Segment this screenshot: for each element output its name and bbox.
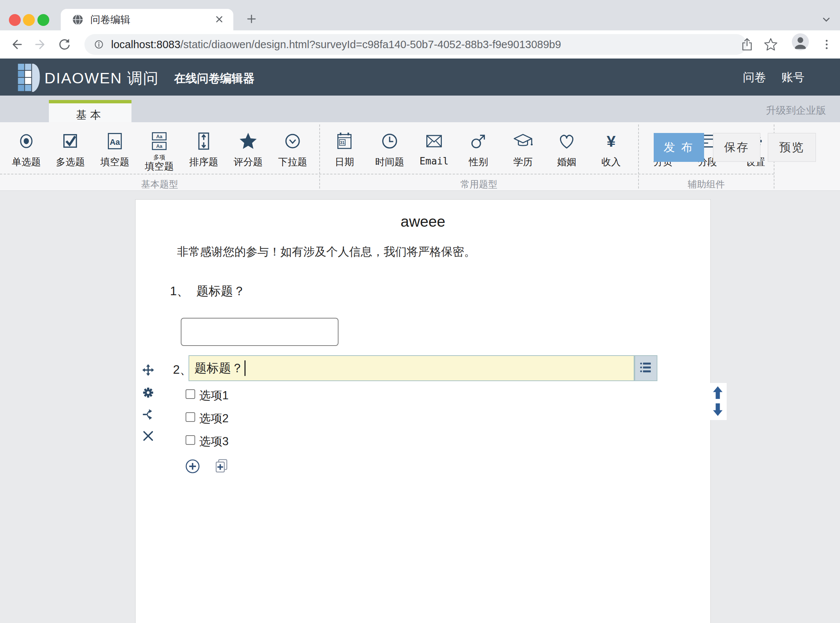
toolbar-item-date[interactable]: 31 日期	[324, 127, 365, 169]
toolbar-item-dropdown[interactable]: 下拉题	[272, 127, 313, 169]
address-bar[interactable]: localhost:8083/static/diaowen/design.htm…	[84, 34, 746, 55]
text-caret	[244, 361, 245, 376]
toolbar-item-income[interactable]: ¥ 收入	[591, 127, 632, 169]
svg-text:Aa: Aa	[156, 143, 162, 149]
survey-canvas: aweee 非常感谢您的参与！如有涉及个人信息，我们将严格保密。 1、题标题？ …	[135, 199, 711, 623]
sort-icon	[183, 127, 224, 155]
toolbar-item-email[interactable]: Email	[414, 127, 454, 167]
toolbar-item-fillblank[interactable]: Aa 填空题	[95, 127, 135, 169]
section-label-common: 常用题型	[442, 178, 516, 190]
forward-icon[interactable]	[33, 37, 48, 53]
browser-tab-strip: 问卷编辑	[0, 0, 840, 31]
heart-icon	[546, 127, 587, 155]
bookmark-star-icon[interactable]	[763, 37, 779, 54]
fillblank-icon: Aa	[95, 127, 135, 155]
app-header: DIAOWEN 调问 在线问卷编辑器 问卷 账号	[0, 58, 840, 95]
section-label-aux: 辅助组件	[669, 178, 743, 190]
globe-icon	[72, 14, 84, 26]
tab-close-icon[interactable]	[214, 14, 224, 26]
toolbar-item-education[interactable]: 学历	[503, 127, 543, 169]
survey-welcome-text[interactable]: 非常感谢您的参与！如有涉及个人信息，我们将严格保密。	[177, 244, 475, 259]
toolbar-item-sort[interactable]: 排序题	[183, 127, 224, 169]
question-toolbar: 单选题 多选题 Aa 填空题 AaAa 多项 填空题 排序题 评分题 下	[0, 122, 840, 191]
logic-branch-icon[interactable]	[141, 408, 155, 421]
option-1-label[interactable]: 选项1	[199, 388, 228, 404]
brand-title[interactable]: DIAOWEN 调问	[44, 68, 159, 89]
question-1-number: 1、	[170, 284, 189, 298]
share-icon[interactable]	[739, 37, 755, 54]
preview-button[interactable]: 预览	[768, 133, 816, 162]
option-3-label[interactable]: 选项3	[199, 434, 228, 449]
section-label-basic: 基本题型	[123, 178, 197, 190]
question-1-text-input[interactable]	[181, 318, 339, 346]
star-icon	[228, 127, 268, 155]
chevron-circle-icon	[272, 127, 313, 155]
move-icon[interactable]	[141, 364, 155, 377]
toolbar-item-radio[interactable]: 单选题	[6, 127, 47, 169]
editor-tabbar: 基本 升级到企业版	[0, 95, 840, 122]
delete-question-icon[interactable]	[141, 429, 155, 443]
toolbar-item-time[interactable]: 时间题	[369, 127, 410, 169]
option-2-checkbox[interactable]	[185, 412, 195, 422]
nav-survey[interactable]: 问卷	[743, 70, 766, 85]
publish-button[interactable]: 发 布	[654, 133, 704, 162]
url-host: localhost:8083	[111, 38, 180, 51]
list-menu-icon	[638, 360, 654, 377]
yen-icon: ¥	[591, 127, 632, 155]
browser-toolbar: localhost:8083/static/diaowen/design.htm…	[0, 31, 840, 58]
add-multiple-options-icon[interactable]	[213, 458, 230, 475]
editor-main: aweee 非常感谢您的参与！如有涉及个人信息，我们将严格保密。 1、题标题？ …	[0, 191, 840, 623]
option-3-checkbox[interactable]	[185, 435, 195, 445]
tab-basic[interactable]: 基本	[49, 100, 132, 122]
toolbar-section-labels: 基本题型 常用题型 辅助组件	[0, 174, 774, 191]
back-icon[interactable]	[9, 37, 24, 53]
envelope-icon	[414, 127, 454, 155]
option-2-label[interactable]: 选项2	[199, 411, 228, 426]
graduation-cap-icon	[503, 127, 543, 155]
tab-title: 问卷编辑	[90, 13, 130, 26]
macos-zoom-light[interactable]	[37, 14, 49, 26]
nav-account[interactable]: 账号	[782, 70, 805, 85]
option-1-checkbox[interactable]	[185, 389, 195, 399]
svg-text:Aa: Aa	[110, 137, 120, 147]
toolbar-item-checkbox[interactable]: 多选题	[50, 127, 91, 169]
male-icon	[458, 127, 499, 155]
batch-options-button[interactable]	[635, 355, 658, 381]
multi-sublabel: 多项	[139, 155, 179, 160]
toolbar-item-marriage[interactable]: 婚姻	[546, 127, 587, 169]
question-move-panel	[709, 383, 727, 420]
question-1-label[interactable]: 1、题标题？	[170, 283, 245, 300]
macos-close-light[interactable]	[9, 14, 21, 26]
browser-tab[interactable]: 问卷编辑	[61, 9, 233, 31]
upgrade-link[interactable]: 升级到企业版	[766, 104, 826, 117]
toolbar-item-score[interactable]: 评分题	[228, 127, 268, 169]
checkbox-icon	[50, 127, 91, 155]
question-2-title-input[interactable]: 题标题？	[189, 355, 635, 381]
header-nav: 问卷 账号	[743, 70, 805, 85]
save-button[interactable]: 保存	[713, 133, 760, 162]
move-down-icon[interactable]	[711, 402, 724, 417]
survey-title[interactable]: aweee	[136, 213, 710, 230]
toolbar-item-fillblank-multi[interactable]: AaAa 多项 填空题	[139, 127, 179, 173]
add-option-icon[interactable]	[184, 458, 201, 475]
svg-text:31: 31	[340, 140, 345, 145]
browser-menu-icon[interactable]	[819, 37, 834, 53]
diaowen-logo-icon[interactable]	[18, 63, 40, 94]
move-up-icon[interactable]	[711, 385, 724, 400]
svg-text:Aa: Aa	[156, 134, 162, 139]
tab-search-chevron-icon[interactable]	[821, 14, 832, 27]
question-settings-gear-icon[interactable]	[141, 386, 155, 399]
toolbar-item-gender[interactable]: 性别	[458, 127, 499, 169]
question-1-title: 题标题？	[196, 284, 245, 298]
reload-icon[interactable]	[57, 37, 72, 53]
radio-icon	[6, 127, 47, 155]
fillblank-multi-icon: AaAa	[139, 127, 179, 155]
svg-text:¥: ¥	[607, 132, 616, 150]
url-path: /static/diaowen/design.html?surveyId=c98…	[180, 38, 561, 51]
new-tab-button[interactable]	[246, 13, 257, 26]
clock-icon	[369, 127, 410, 155]
site-info-icon[interactable]	[93, 38, 105, 51]
url-text: localhost:8083/static/diaowen/design.htm…	[111, 38, 561, 51]
profile-avatar[interactable]	[792, 33, 809, 51]
macos-minimize-light[interactable]	[23, 14, 35, 26]
